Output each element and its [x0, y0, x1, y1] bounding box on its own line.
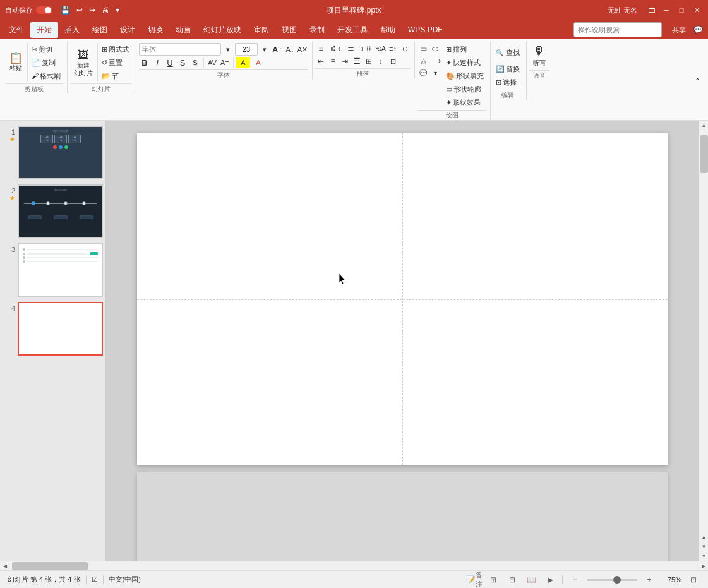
- font-size-input[interactable]: [235, 43, 258, 56]
- align-left-button[interactable]: ⇤: [315, 56, 327, 67]
- scroll-left-button[interactable]: ◀: [0, 561, 9, 571]
- scroll-right-button[interactable]: ▶: [699, 561, 708, 571]
- format-painter-button[interactable]: 🖌 格式刷: [29, 69, 63, 82]
- undo-icon[interactable]: ↩: [74, 4, 85, 16]
- fit-window-button[interactable]: ⊡: [687, 573, 700, 587]
- clear-format-button[interactable]: A✕: [297, 44, 308, 55]
- autosave-toggle[interactable]: 自动保存: [5, 6, 53, 15]
- indent-decrease-button[interactable]: ⟵≡: [339, 43, 351, 54]
- save-icon[interactable]: 💾: [58, 4, 73, 16]
- scroll-up-button[interactable]: ▲: [699, 121, 708, 130]
- minimize-button[interactable]: ─: [660, 4, 673, 16]
- menu-home[interactable]: 开始: [30, 22, 58, 38]
- menu-help[interactable]: 帮助: [374, 22, 402, 38]
- zoom-in-button[interactable]: +: [642, 573, 656, 587]
- slide-thumbnail-4[interactable]: [18, 302, 103, 356]
- increase-font-button[interactable]: A↑: [272, 44, 283, 55]
- shape-arrow-button[interactable]: ⟶: [429, 55, 441, 66]
- columns-button[interactable]: ⁞⁞: [363, 43, 375, 54]
- scroll-up-small-button[interactable]: ▲: [699, 532, 708, 542]
- shape-rect-button[interactable]: ▭: [417, 43, 429, 54]
- slide-thumbnail-2[interactable]: 项目里程碑: [18, 184, 103, 238]
- arrange-button[interactable]: ⊞ 排列: [443, 43, 486, 56]
- menu-file[interactable]: 文件: [3, 22, 30, 38]
- smartart-button[interactable]: ⊙: [399, 43, 411, 54]
- menu-insert[interactable]: 插入: [58, 22, 86, 38]
- restore-window-button[interactable]: 🗖: [645, 4, 657, 16]
- scroll-down-small-button[interactable]: ▼: [699, 542, 708, 551]
- redo-icon[interactable]: ↪: [87, 4, 98, 16]
- shape-oval-button[interactable]: ⬭: [429, 43, 441, 54]
- menu-developer[interactable]: 开发工具: [331, 22, 374, 38]
- notes-button[interactable]: 📝 备注: [467, 573, 481, 587]
- list-item[interactable]: 3 ★: [3, 243, 103, 297]
- underline-button[interactable]: U: [164, 57, 176, 68]
- normal-view-button[interactable]: ⊞: [486, 573, 500, 587]
- shape-outline-button[interactable]: ▭ 形状轮廓: [443, 83, 486, 95]
- ribbon-collapse-button[interactable]: ⌃: [692, 75, 703, 87]
- cut-button[interactable]: ✂ 剪切: [29, 43, 63, 56]
- strikethrough-button[interactable]: S: [177, 57, 188, 68]
- slide-thumbnail-3[interactable]: [18, 243, 103, 297]
- scroll-thumb-horizontal[interactable]: [12, 562, 88, 570]
- layout-button[interactable]: ⊞ 图式式: [99, 43, 132, 56]
- close-button[interactable]: ✕: [690, 4, 703, 16]
- slide-sorter-button[interactable]: ⊟: [505, 573, 519, 587]
- align-v-center-button[interactable]: ⊞: [363, 56, 375, 67]
- new-slide-button[interactable]: 🖼 新建幻灯片: [70, 43, 98, 82]
- decrease-font-button[interactable]: A↓: [284, 44, 296, 55]
- share-button[interactable]: 共享: [667, 23, 691, 37]
- print-icon[interactable]: 🖨: [99, 4, 112, 16]
- text-direction-button[interactable]: A≡: [219, 57, 231, 68]
- bold-button[interactable]: B: [139, 57, 150, 68]
- shape-callout-button[interactable]: 💬: [417, 67, 429, 78]
- shape-triangle-button[interactable]: △: [417, 55, 429, 66]
- character-spacing-button[interactable]: AV: [207, 57, 218, 68]
- align-right-button[interactable]: ⇥: [339, 56, 351, 67]
- select-button[interactable]: ⊡ 选择: [493, 76, 522, 88]
- menu-animation[interactable]: 动画: [169, 22, 197, 38]
- highlight-button[interactable]: A: [236, 57, 250, 68]
- quick-style-button[interactable]: ✦ 快速样式: [443, 56, 486, 69]
- search-input[interactable]: [573, 22, 662, 37]
- paragraph-expand-button[interactable]: ⊡: [387, 56, 399, 67]
- menu-design[interactable]: 设计: [114, 22, 141, 38]
- reset-button[interactable]: ↺ 重置: [99, 56, 132, 69]
- reading-view-button[interactable]: 📖: [524, 573, 538, 587]
- italic-button[interactable]: I: [152, 57, 163, 68]
- list-item[interactable]: 4 ★: [3, 302, 103, 356]
- align-text-button[interactable]: ≡↕: [387, 43, 399, 54]
- align-center-button[interactable]: ≡: [327, 56, 339, 67]
- text-direction2-button[interactable]: ⟲A: [375, 43, 387, 54]
- customize-icon[interactable]: ▾: [113, 4, 122, 16]
- list-item[interactable]: 1 ★ 项目工程总表 1.23 ───── 1.23: [3, 126, 103, 179]
- maximize-button[interactable]: □: [675, 4, 688, 16]
- font-size-dropdown[interactable]: ▾: [259, 44, 270, 55]
- copy-button[interactable]: 📄 复制: [29, 56, 63, 69]
- font-color-button[interactable]: A: [251, 57, 265, 68]
- menu-wps-pdf[interactable]: WPS PDF: [402, 23, 449, 37]
- shadow-button[interactable]: S: [189, 57, 201, 68]
- font-dropdown-button[interactable]: ▾: [222, 44, 234, 55]
- menu-slideshow[interactable]: 幻灯片放映: [197, 22, 248, 38]
- slide-thumbnail-1[interactable]: 项目工程总表 1.23 ───── 1.23 1.23 ───── 1.23: [18, 126, 103, 179]
- comments-button[interactable]: 💬: [691, 24, 705, 35]
- menu-transition[interactable]: 切换: [141, 22, 169, 38]
- replace-button[interactable]: 🔄 替换: [493, 63, 522, 75]
- zoom-out-button[interactable]: −: [568, 573, 582, 587]
- section-button[interactable]: 📂 节: [99, 69, 132, 82]
- shape-fill-button[interactable]: 🎨 形状填充: [443, 69, 486, 82]
- font-name-input[interactable]: [139, 43, 221, 56]
- numbered-list-button[interactable]: ⑆: [327, 43, 339, 54]
- menu-review[interactable]: 审阅: [248, 22, 275, 38]
- justify-button[interactable]: ☰: [351, 56, 363, 67]
- shape-effect-button[interactable]: ✦ 形状效果: [443, 96, 486, 109]
- paste-button[interactable]: 📋 粘贴: [5, 43, 28, 82]
- scroll-down-button[interactable]: ▼: [699, 551, 708, 561]
- list-item[interactable]: 2 ★ 项目里程碑: [3, 184, 103, 238]
- line-spacing-button[interactable]: ↕: [375, 56, 387, 67]
- menu-record[interactable]: 录制: [303, 22, 331, 38]
- find-button[interactable]: 🔍 查找: [493, 43, 522, 62]
- menu-view[interactable]: 视图: [275, 22, 303, 38]
- slide-canvas[interactable]: [137, 133, 668, 465]
